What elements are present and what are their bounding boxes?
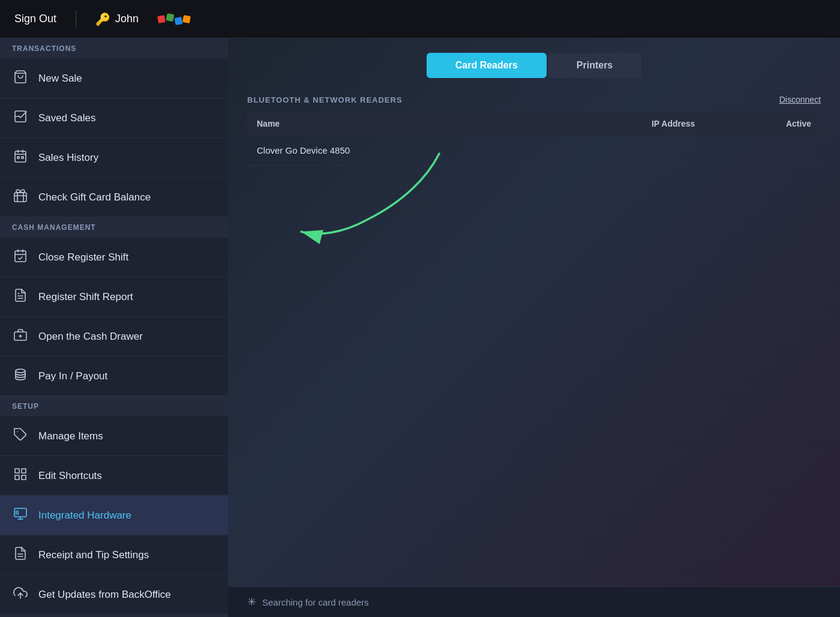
logo-blue <box>175 17 183 25</box>
tag-icon <box>12 427 29 445</box>
key-icon: 🔑 <box>95 12 110 26</box>
col-ip: IP Address <box>541 112 704 136</box>
status-text: Searching for card readers <box>262 597 369 607</box>
edit-shortcuts-label: Edit Shortcuts <box>38 470 102 482</box>
app-logo <box>158 16 190 23</box>
coins-icon <box>12 367 29 385</box>
saved-sales-label: Saved Sales <box>38 112 95 124</box>
header-divider <box>76 10 76 28</box>
col-active: Active <box>704 112 821 136</box>
svg-rect-9 <box>14 193 26 202</box>
svg-rect-11 <box>15 251 26 262</box>
section-header-row: BLUETOOTH & NETWORK READERS Disconnect <box>247 95 821 104</box>
history-icon <box>12 149 29 166</box>
device-ip <box>541 136 704 166</box>
sidebar-item-sales-history[interactable]: Sales History <box>0 138 228 178</box>
user-info: 🔑 John <box>95 12 139 26</box>
svg-rect-26 <box>15 475 19 480</box>
gift-card-label: Check Gift Card Balance <box>38 191 151 203</box>
content-section: BLUETOOTH & NETWORK READERS Disconnect N… <box>228 78 840 586</box>
annotation-arrow <box>295 142 463 250</box>
pay-in-label: Pay In / Payout <box>38 370 107 382</box>
col-name: Name <box>247 112 541 136</box>
sidebar-item-receipt-tip[interactable]: Receipt and Tip Settings <box>0 535 228 575</box>
receipt-settings-icon <box>12 546 29 564</box>
disconnect-button[interactable]: Disconnect <box>779 95 821 104</box>
logo-orange <box>182 15 191 23</box>
svg-rect-8 <box>22 157 23 158</box>
sidebar-item-cash-drawer[interactable]: Open the Cash Drawer <box>0 317 228 357</box>
backoffice-label: Get Updates from BackOffice <box>38 589 171 601</box>
table-header-row: Name IP Address Active <box>247 112 821 136</box>
svg-rect-23 <box>15 469 19 473</box>
sidebar-item-backoffice[interactable]: Get Updates from BackOffice <box>0 575 228 615</box>
sign-out-button[interactable]: Sign Out <box>14 13 56 25</box>
svg-point-21 <box>16 369 25 373</box>
tabs-bar: Card Readers Printers <box>228 38 840 78</box>
app-header: Sign Out 🔑 John <box>0 0 840 38</box>
hardware-icon <box>12 507 29 524</box>
status-bar: ✳ Searching for card readers <box>228 586 840 617</box>
integrated-hardware-label: Integrated Hardware <box>38 510 131 522</box>
manage-items-label: Manage Items <box>38 430 103 442</box>
sidebar-item-manage-items[interactable]: Manage Items <box>0 417 228 456</box>
sidebar-item-gift-card[interactable]: Check Gift Card Balance <box>0 178 228 217</box>
receipt-tip-label: Receipt and Tip Settings <box>38 549 149 561</box>
gift-icon <box>12 188 29 206</box>
saved-icon <box>12 109 29 127</box>
svg-rect-25 <box>22 475 26 480</box>
arrow-annotation <box>247 166 821 286</box>
sidebar-item-edit-shortcuts[interactable]: Edit Shortcuts <box>0 456 228 496</box>
sidebar-item-shift-report[interactable]: Register Shift Report <box>0 277 228 317</box>
bag-icon <box>12 70 29 87</box>
svg-rect-7 <box>17 157 19 158</box>
spinner-icon: ✳ <box>247 595 256 609</box>
main-layout: TRANSACTIONS New Sale Saved Sales Sales … <box>0 38 840 617</box>
logo-green <box>166 13 175 22</box>
svg-rect-24 <box>22 469 26 473</box>
section-header-cash: CASH MANAGEMENT <box>0 217 228 238</box>
section-header-transactions: TRANSACTIONS <box>0 38 228 59</box>
section-header-support: SUPPORT <box>0 615 228 617</box>
tab-printers[interactable]: Printers <box>548 53 641 78</box>
logo-red <box>157 15 166 23</box>
user-name: John <box>115 13 139 25</box>
sidebar-item-integrated-hardware[interactable]: Integrated Hardware <box>0 496 228 535</box>
new-sale-label: New Sale <box>38 73 82 85</box>
calendar-check-icon <box>12 248 29 266</box>
grid-icon <box>12 467 29 484</box>
sidebar-item-pay-in[interactable]: Pay In / Payout <box>0 357 228 396</box>
sidebar-item-close-register[interactable]: Close Register Shift <box>0 238 228 277</box>
cloud-icon <box>12 586 29 603</box>
sidebar: TRANSACTIONS New Sale Saved Sales Sales … <box>0 38 228 617</box>
report-icon <box>12 288 29 305</box>
main-content: Card Readers Printers BLUETOOTH & NETWOR… <box>228 38 840 617</box>
sales-history-label: Sales History <box>38 152 98 164</box>
bluetooth-section-title: BLUETOOTH & NETWORK READERS <box>247 95 403 104</box>
section-header-setup: SETUP <box>0 396 228 417</box>
svg-rect-3 <box>15 151 26 162</box>
close-register-label: Close Register Shift <box>38 251 128 263</box>
tab-card-readers[interactable]: Card Readers <box>427 53 547 78</box>
sidebar-item-saved-sales[interactable]: Saved Sales <box>0 98 228 138</box>
sidebar-item-new-sale[interactable]: New Sale <box>0 59 228 98</box>
device-active <box>704 136 821 166</box>
shift-report-label: Register Shift Report <box>38 291 133 303</box>
drawer-icon <box>12 328 29 345</box>
cash-drawer-label: Open the Cash Drawer <box>38 331 143 343</box>
